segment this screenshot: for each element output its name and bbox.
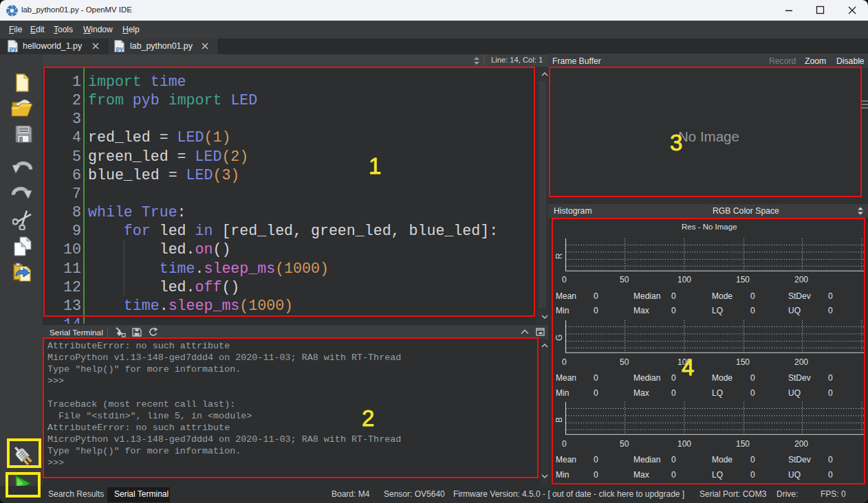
svg-text:py: py bbox=[9, 45, 17, 52]
svg-text:py: py bbox=[116, 45, 123, 52]
